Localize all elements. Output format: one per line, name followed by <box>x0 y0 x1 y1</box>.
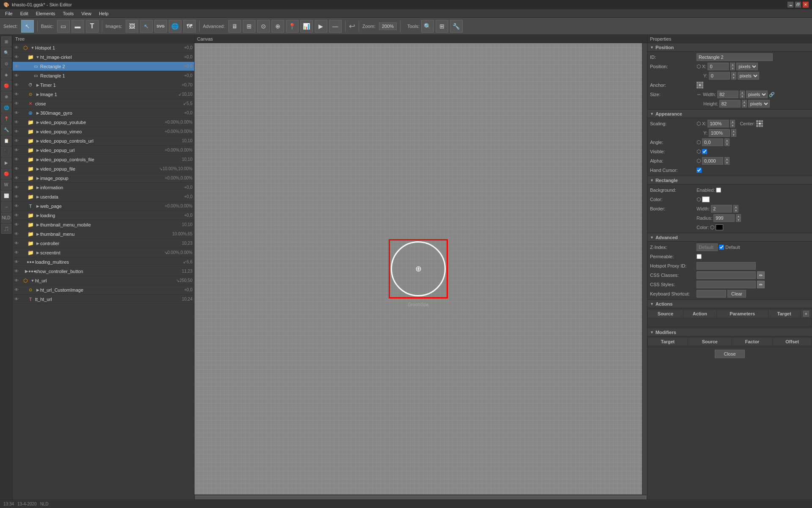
tree-item-loading[interactable]: 👁 📁 ▶ loading +0,0 <box>13 211 194 220</box>
expand-vid-ctrl-file[interactable]: ▶ <box>35 157 40 162</box>
y-unit-select[interactable]: pixels % <box>738 72 759 80</box>
expand-thumb-menu[interactable]: ▶ <box>35 232 40 237</box>
menu-tools[interactable]: Tools <box>60 10 77 17</box>
select-arrow-button[interactable]: ↖ <box>21 20 34 33</box>
basic-text-button[interactable]: T <box>86 20 99 33</box>
menu-edit[interactable]: Edit <box>17 10 32 17</box>
tree-item-thumb-mobile[interactable]: 👁 📁 ▶ thumbnail_menu_mobile 10,10 <box>13 220 194 229</box>
tree-item-rectangle2[interactable]: 👁 ▭ Rectangle 2 +0,0 <box>13 62 194 71</box>
bg-color-swatch[interactable] <box>702 196 710 202</box>
tree-item-video-vimeo[interactable]: 👁 📁 ▶ video_popup_vimeo +0.00%,0.00% <box>13 127 194 136</box>
radius-down[interactable]: ▼ <box>736 218 741 222</box>
height-unit-select[interactable]: pixels % <box>748 100 770 108</box>
map-button[interactable]: 🗺 <box>183 20 196 33</box>
eye-icon[interactable]: 👁 <box>14 101 21 106</box>
css-classes-input[interactable] <box>697 271 756 279</box>
clear-button[interactable]: Clear <box>727 290 746 298</box>
left-icon-11[interactable]: ⬛ <box>1 146 11 157</box>
hotspot-proxy-input[interactable] <box>697 262 756 270</box>
background-enabled-checkbox[interactable] <box>716 188 721 193</box>
alpha-down[interactable]: ▼ <box>724 161 730 165</box>
expand-hotspot1[interactable]: ▼ <box>30 45 35 50</box>
actions-add-button[interactable]: + <box>803 311 809 317</box>
adv-compass-button[interactable]: ⊕ <box>272 20 284 33</box>
tree-content[interactable]: 👁 ⬡ ▼ Hotspot 1 +0,0 👁 📁 ▼ ht_image-cirk… <box>13 43 194 500</box>
eye-icon[interactable]: 👁 <box>14 260 21 264</box>
expand-timer[interactable]: ▶ <box>35 83 40 88</box>
zindex-default-checkbox[interactable] <box>719 245 724 250</box>
eye-icon[interactable]: 👁 <box>14 129 21 134</box>
alpha-input[interactable] <box>702 157 723 165</box>
basic-ellipse-button[interactable]: ▬ <box>71 20 84 33</box>
tree-item-rectangle1[interactable]: 👁 ▭ Rectangle 1 +0,0 <box>13 71 194 80</box>
basic-rectangle-button[interactable]: ▭ <box>57 20 70 33</box>
scale-x-up[interactable]: ▲ <box>730 120 735 124</box>
maximize-button[interactable]: 🗗 <box>795 2 801 8</box>
tree-item-userdata[interactable]: 👁 📁 ▶ userdata +0,0 <box>13 192 194 202</box>
eye-icon[interactable]: 👁 <box>14 213 21 218</box>
height-spin-down[interactable]: ▼ <box>742 104 747 108</box>
close-properties-button[interactable]: Close <box>715 350 744 358</box>
menu-elements[interactable]: Elements <box>33 10 59 17</box>
tree-item-video-youtube[interactable]: 👁 📁 ▶ video_popup_youtube +0.00%,0.00% <box>13 118 194 127</box>
x-spin-down[interactable]: ▼ <box>730 66 735 70</box>
left-icon-9[interactable]: 🔧 <box>1 124 11 135</box>
css-styles-edit-btn[interactable]: ✏ <box>757 281 765 288</box>
x-unit-select[interactable]: pixels % <box>736 63 758 70</box>
expand-image1[interactable]: ▶ <box>35 92 40 97</box>
adv-minus-button[interactable]: — <box>329 20 342 33</box>
position-section-header[interactable]: ▼ Position <box>647 43 812 52</box>
eye-icon[interactable]: 👁 <box>14 232 21 236</box>
keyboard-shortcut-input[interactable] <box>697 290 726 298</box>
tree-item-image-popup[interactable]: 👁 📁 ▶ image_popup +0.00%,0.00% <box>13 174 194 183</box>
center-grid[interactable] <box>756 120 763 127</box>
tree-item-show-ctrl[interactable]: 👁 ▶●●● show_controller_button 11,23 <box>13 267 194 276</box>
tree-item-video-ctrl-file[interactable]: 👁 📁 ▶ video_popup_controls_file 10,10 <box>13 155 194 164</box>
canvas-scrollbar-horizontal[interactable] <box>195 494 647 500</box>
y-spin-down[interactable]: ▼ <box>731 76 736 80</box>
tree-item-web-page[interactable]: 👁 T ▶ web_page +0.00%,0.00% <box>13 202 194 211</box>
height-input[interactable] <box>719 100 741 108</box>
eye-icon[interactable]: 👁 <box>14 64 21 69</box>
tree-item-close[interactable]: 👁 ✕ close ↙5,5 <box>13 99 194 108</box>
tree-item-tt-ht-url[interactable]: 👁 T tt_ht_url 10,24 <box>13 295 194 304</box>
expand-gyro[interactable]: ▶ <box>35 110 40 116</box>
width-spin-up[interactable]: ▲ <box>740 91 745 94</box>
left-icon-10[interactable]: 📋 <box>1 135 11 146</box>
left-icon-17[interactable]: NLD <box>1 213 11 223</box>
hand-cursor-checkbox[interactable] <box>697 168 702 173</box>
border-width-up[interactable]: ▲ <box>733 205 738 209</box>
visible-checkbox[interactable] <box>702 149 707 154</box>
scale-x-down[interactable]: ▼ <box>730 124 735 127</box>
eye-icon[interactable]: 👁 <box>14 166 21 171</box>
tree-item-video-file[interactable]: 👁 📁 ▶ video_popup_file ↘10.00%,10.00% <box>13 164 194 174</box>
tree-item-thumb-menu[interactable]: 👁 📁 ▶ thumbnail_menu 10.00%,65 <box>13 229 194 239</box>
border-width-down[interactable]: ▼ <box>733 209 738 213</box>
left-icon-12[interactable]: ▶ <box>1 157 11 168</box>
width-spin-down[interactable]: ▼ <box>740 94 745 98</box>
zindex-input[interactable] <box>697 243 718 251</box>
tree-item-controller[interactable]: 👁 📁 ▶ controller 10,23 <box>13 239 194 248</box>
position-y-input[interactable] <box>709 72 730 80</box>
eye-icon[interactable]: 👁 <box>14 222 21 227</box>
menu-help[interactable]: Help <box>96 10 112 17</box>
tool-wrench-button[interactable]: 🔧 <box>450 20 463 33</box>
permeable-checkbox[interactable] <box>697 254 702 259</box>
adv-grid-button[interactable]: ⊞ <box>243 20 255 33</box>
adv-video-button[interactable]: ▶ <box>315 20 327 33</box>
tree-item-timer1[interactable]: 👁 ⏱ ▶ Timer 1 +0,70 <box>13 80 194 90</box>
eye-icon[interactable]: 👁 <box>14 138 21 143</box>
menu-view[interactable]: View <box>78 10 95 17</box>
expand-ht-url[interactable]: ▼ <box>30 278 35 283</box>
image-add-button[interactable]: 🖼 <box>126 20 138 33</box>
left-icon-5[interactable]: 🔴 <box>1 80 11 91</box>
alpha-up[interactable]: ▲ <box>724 157 730 161</box>
expand-ht-image[interactable]: ▼ <box>35 55 40 60</box>
position-x-input[interactable] <box>708 63 729 70</box>
tree-item-ht-url-custom[interactable]: 👁 ⊙ ▶ ht_url_CustomImage +0,0 <box>13 285 194 295</box>
left-icon-18[interactable]: 🎵 <box>1 224 11 234</box>
expand-screentint[interactable]: ▶ <box>35 250 40 255</box>
expand-thumb-mobile[interactable]: ▶ <box>35 222 40 227</box>
radius-up[interactable]: ▲ <box>736 214 741 218</box>
scale-x-input[interactable] <box>708 120 729 127</box>
